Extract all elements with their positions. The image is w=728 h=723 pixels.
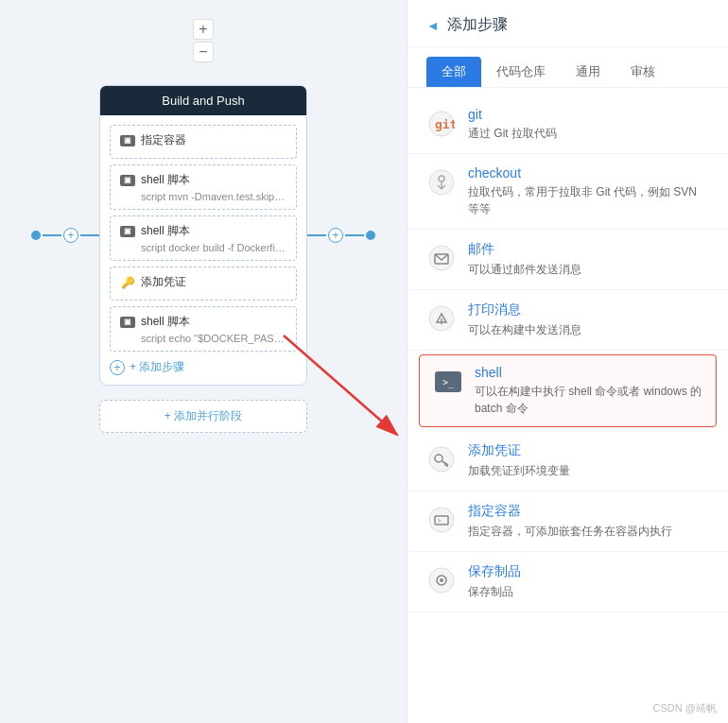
step-container-label: 指定容器 bbox=[141, 132, 186, 148]
tab-code-repo[interactable]: 代码仓库 bbox=[481, 57, 561, 87]
container-content: 指定容器 指定容器，可添加嵌套任务在容器内执行 bbox=[468, 503, 672, 540]
stage-card: Build and Push ▣ 指定容器 ▣ shell 脚本 script … bbox=[99, 85, 307, 386]
container-desc: 指定容器，可添加嵌套任务在容器内执行 bbox=[468, 523, 672, 540]
print-name: 打印消息 bbox=[468, 301, 581, 318]
step-list-item-container[interactable]: >_ 指定容器 指定容器，可添加嵌套任务在容器内执行 bbox=[407, 491, 728, 552]
step-shell2-label: shell 脚本 bbox=[141, 223, 190, 239]
step-credential[interactable]: 🔑 添加凭证 bbox=[110, 267, 297, 301]
terminal-icon-2: ▣ bbox=[120, 226, 135, 237]
add-after-stage-button[interactable]: + bbox=[328, 228, 343, 243]
watermark: CSDN @靖帆 bbox=[653, 701, 717, 715]
connector-dot-left bbox=[31, 231, 41, 240]
mail-content: 邮件 可以通过邮件发送消息 bbox=[468, 241, 581, 278]
step-shell3-header: ▣ shell 脚本 bbox=[120, 314, 286, 330]
tab-general[interactable]: 通用 bbox=[561, 57, 615, 87]
git-desc: 通过 Git 拉取代码 bbox=[468, 125, 557, 142]
back-button[interactable]: ◄ bbox=[426, 18, 440, 33]
zoom-out-button[interactable]: − bbox=[193, 42, 214, 62]
print-content: 打印消息 可以在构建中发送消息 bbox=[468, 301, 581, 338]
stage-wrapper: + Build and Push ▣ 指定容器 ▣ shell 脚 bbox=[31, 85, 375, 386]
add-step-plus-icon: + bbox=[110, 360, 125, 375]
step-list-item-mail[interactable]: 邮件 可以通过邮件发送消息 bbox=[407, 230, 728, 290]
artifact-name: 保存制品 bbox=[468, 563, 521, 580]
terminal-icon-3: ▣ bbox=[120, 317, 135, 328]
step-shell3-detail: script echo "$DOCKER_PASS... bbox=[120, 333, 286, 344]
step-list-item-shell[interactable]: >_ shell 可以在构建中执行 shell 命令或者 windows 的 b… bbox=[419, 354, 717, 427]
panel-title: 添加步骤 bbox=[447, 15, 508, 35]
step-shell1-label: shell 脚本 bbox=[141, 172, 190, 188]
terminal-icon: ▣ bbox=[120, 135, 135, 146]
step-list-item-artifact[interactable]: 保存制品 保存制品 bbox=[407, 552, 728, 612]
git-name: git bbox=[468, 107, 557, 122]
step-shell1-detail: script mvn -Dmaven.test.skip=tru... bbox=[120, 191, 286, 202]
step-list-item-credential[interactable]: 添加凭证 加载凭证到环境变量 bbox=[407, 431, 728, 491]
shell-name: shell bbox=[475, 365, 702, 380]
connector-dash1 bbox=[43, 234, 61, 236]
step-container-header: ▣ 指定容器 bbox=[120, 132, 286, 148]
container-icon: >_ bbox=[426, 505, 457, 535]
credential-desc: 加载凭证到环境变量 bbox=[468, 462, 570, 479]
mail-desc: 可以通过邮件发送消息 bbox=[468, 261, 581, 278]
print-icon bbox=[426, 303, 457, 334]
step-shell2-header: ▣ shell 脚本 bbox=[120, 223, 286, 239]
add-step-button[interactable]: + + 添加步骤 bbox=[110, 359, 297, 375]
git-content: git 通过 Git 拉取代码 bbox=[468, 107, 557, 142]
step-shell3-label: shell 脚本 bbox=[141, 314, 190, 330]
step-shell1[interactable]: ▣ shell 脚本 script mvn -Dmaven.test.skip=… bbox=[110, 164, 297, 210]
step-shell2-detail: script docker build -f Dockerfile-o... bbox=[120, 242, 286, 253]
add-stage-label: + 添加并行阶段 bbox=[165, 408, 242, 424]
credential-name: 添加凭证 bbox=[468, 442, 570, 459]
svg-point-15 bbox=[429, 447, 454, 472]
step-list-item-git[interactable]: git git 通过 Git 拉取代码 bbox=[407, 95, 728, 154]
panel-header: ◄ 添加步骤 bbox=[407, 0, 728, 47]
step-list-item-print[interactable]: 打印消息 可以在构建中发送消息 bbox=[407, 290, 728, 351]
shell-content: shell 可以在构建中执行 shell 命令或者 windows 的 batc… bbox=[475, 365, 702, 417]
connector-dot-right bbox=[366, 231, 375, 240]
add-step-label: + 添加步骤 bbox=[130, 359, 184, 375]
checkout-desc: 拉取代码，常用于拉取非 Git 代码，例如 SVN 等等 bbox=[468, 183, 709, 217]
step-shell3[interactable]: ▣ shell 脚本 script echo "$DOCKER_PASS... bbox=[110, 306, 297, 352]
mail-icon bbox=[426, 243, 457, 273]
step-shell2[interactable]: ▣ shell 脚本 script docker build -f Docker… bbox=[110, 215, 297, 261]
step-credential-label: 添加凭证 bbox=[141, 274, 186, 290]
svg-text:git: git bbox=[435, 117, 455, 131]
zoom-in-button[interactable]: + bbox=[193, 19, 214, 40]
add-before-stage-button[interactable]: + bbox=[63, 228, 78, 243]
svg-point-9 bbox=[429, 246, 454, 270]
left-panel: + − + Build and Push ▣ 指定容器 bbox=[0, 0, 407, 723]
svg-point-25 bbox=[440, 578, 443, 582]
svg-text:>_: >_ bbox=[438, 517, 446, 525]
credential-icon bbox=[426, 444, 457, 474]
artifact-icon bbox=[426, 565, 457, 595]
svg-point-14 bbox=[441, 323, 442, 325]
connector-dash4 bbox=[345, 234, 364, 236]
git-icon: git bbox=[426, 109, 457, 139]
pipeline-area: + Build and Push ▣ 指定容器 ▣ shell 脚 bbox=[9, 85, 397, 433]
checkout-icon bbox=[426, 167, 457, 198]
shell-terminal-icon: >_ bbox=[435, 371, 461, 392]
step-shell1-header: ▣ shell 脚本 bbox=[120, 172, 286, 188]
mail-name: 邮件 bbox=[468, 241, 581, 258]
key-icon: 🔑 bbox=[120, 277, 135, 288]
right-connector: + bbox=[307, 228, 375, 243]
step-list-item-checkout[interactable]: checkout 拉取代码，常用于拉取非 Git 代码，例如 SVN 等等 bbox=[407, 154, 728, 230]
zoom-controls: + − bbox=[193, 19, 214, 62]
step-container[interactable]: ▣ 指定容器 bbox=[110, 125, 297, 159]
tab-all[interactable]: 全部 bbox=[426, 57, 481, 87]
terminal-icon-1: ▣ bbox=[120, 175, 135, 186]
shell-icon: >_ bbox=[433, 367, 463, 397]
tab-bar: 全部 代码仓库 通用 审核 bbox=[407, 47, 728, 88]
container-name: 指定容器 bbox=[468, 503, 672, 520]
tab-review[interactable]: 审核 bbox=[615, 57, 670, 87]
print-desc: 可以在构建中发送消息 bbox=[468, 321, 581, 338]
artifact-desc: 保存制品 bbox=[468, 583, 521, 600]
step-credential-header: 🔑 添加凭证 bbox=[120, 274, 286, 290]
shell-desc: 可以在构建中执行 shell 命令或者 windows 的 batch 命令 bbox=[475, 383, 702, 417]
stage-title: Build and Push bbox=[100, 86, 306, 115]
right-panel: ◄ 添加步骤 全部 代码仓库 通用 审核 git git 通过 Git 拉取代码 bbox=[407, 0, 728, 723]
checkout-content: checkout 拉取代码，常用于拉取非 Git 代码，例如 SVN 等等 bbox=[468, 165, 709, 217]
add-parallel-stage-button[interactable]: + 添加并行阶段 bbox=[99, 400, 307, 433]
connector-dash2 bbox=[80, 234, 99, 236]
checkout-name: checkout bbox=[468, 165, 709, 181]
steps-list: git git 通过 Git 拉取代码 checkout bbox=[407, 88, 728, 723]
